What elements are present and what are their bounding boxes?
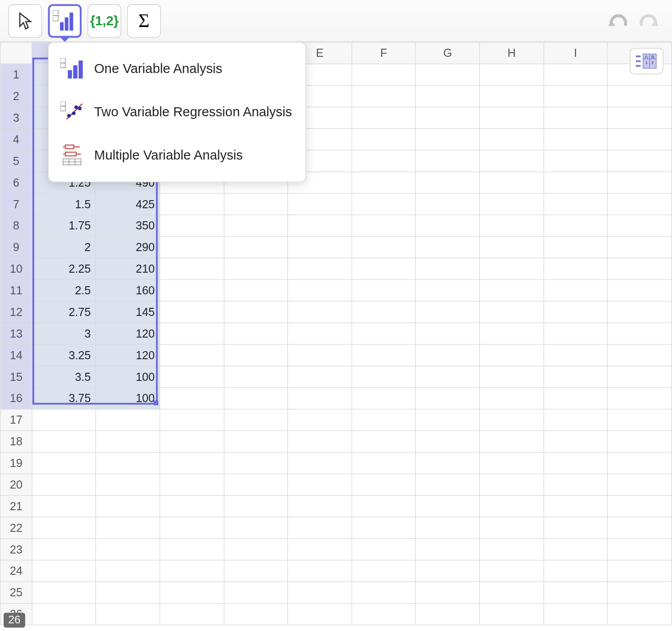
row-header-2[interactable]: 2: [0, 86, 32, 107]
cell-C24[interactable]: [160, 560, 224, 582]
cell-F23[interactable]: [352, 539, 416, 560]
cell-J18[interactable]: [608, 431, 672, 453]
cell-I24[interactable]: [543, 560, 608, 582]
cell-I19[interactable]: [543, 452, 608, 474]
cell-I6[interactable]: [543, 172, 608, 193]
cell-A15[interactable]: 3.5: [32, 366, 96, 388]
cell-I25[interactable]: [543, 582, 608, 604]
cell-C8[interactable]: [160, 215, 224, 237]
cell-F8[interactable]: [352, 215, 416, 237]
cell-C22[interactable]: [160, 517, 224, 539]
list-tool-button[interactable]: {1,2}: [87, 4, 121, 37]
cell-H15[interactable]: [479, 366, 543, 388]
row-header-3[interactable]: 3: [0, 107, 32, 128]
dropdown-item-multi-var[interactable]: Multiple Variable Analysis: [49, 134, 305, 177]
cell-A19[interactable]: [32, 452, 96, 474]
col-header-G[interactable]: G: [416, 42, 480, 64]
cell-I3[interactable]: [543, 107, 608, 128]
cell-G5[interactable]: [416, 150, 480, 172]
cell-G13[interactable]: [416, 323, 480, 344]
cell-H13[interactable]: [479, 323, 543, 344]
cell-D21[interactable]: [224, 495, 288, 517]
cell-A16[interactable]: 3.75: [32, 388, 96, 409]
cell-D11[interactable]: [224, 279, 288, 301]
cell-G6[interactable]: [416, 172, 480, 193]
row-header-1[interactable]: 1: [0, 64, 32, 86]
cell-F24[interactable]: [352, 560, 416, 582]
cell-G8[interactable]: [416, 215, 480, 237]
row-header-12[interactable]: 12: [0, 301, 32, 323]
cell-G14[interactable]: [416, 344, 480, 366]
cell-H18[interactable]: [479, 431, 543, 453]
row-header-10[interactable]: 10: [0, 258, 32, 280]
sum-tool-button[interactable]: Σ: [127, 4, 161, 37]
dropdown-item-one-var[interactable]: One Variable Analysis: [49, 47, 305, 91]
cell-I9[interactable]: [543, 237, 608, 258]
cell-A21[interactable]: [32, 495, 96, 517]
cell-B26[interactable]: [96, 604, 160, 625]
cell-E13[interactable]: [288, 323, 352, 344]
row-header-25[interactable]: 25: [0, 582, 32, 604]
cell-H6[interactable]: [479, 172, 543, 193]
cell-H23[interactable]: [479, 539, 543, 560]
cell-D15[interactable]: [224, 366, 288, 388]
cell-J3[interactable]: [608, 107, 672, 128]
cell-E7[interactable]: [288, 193, 352, 215]
cell-E11[interactable]: [288, 279, 352, 301]
cell-F22[interactable]: [352, 517, 416, 539]
cell-A9[interactable]: 2: [32, 237, 96, 258]
select-tool-button[interactable]: [9, 4, 42, 37]
cell-A14[interactable]: 3.25: [32, 344, 96, 366]
cell-I2[interactable]: [543, 86, 608, 107]
cell-I8[interactable]: [543, 215, 608, 237]
cell-F18[interactable]: [352, 431, 416, 453]
cell-I13[interactable]: [543, 323, 608, 344]
cell-C12[interactable]: [160, 301, 224, 323]
row-header-7[interactable]: 7: [0, 193, 32, 215]
cell-D12[interactable]: [224, 301, 288, 323]
cell-G21[interactable]: [416, 495, 480, 517]
dropdown-item-two-var[interactable]: Two Variable Regression Analysis: [49, 91, 305, 134]
cell-C11[interactable]: [160, 279, 224, 301]
cell-J20[interactable]: [608, 474, 672, 495]
cell-D9[interactable]: [224, 237, 288, 258]
cell-J24[interactable]: [608, 560, 672, 582]
cell-J26[interactable]: [608, 604, 672, 625]
undo-button[interactable]: [603, 6, 632, 35]
cell-E18[interactable]: [288, 431, 352, 453]
cell-C17[interactable]: [160, 409, 224, 431]
cell-J2[interactable]: [608, 86, 672, 107]
cell-J11[interactable]: [608, 279, 672, 301]
cell-G19[interactable]: [416, 452, 480, 474]
col-header-F[interactable]: F: [352, 42, 416, 64]
cell-E23[interactable]: [288, 539, 352, 560]
cell-E12[interactable]: [288, 301, 352, 323]
cell-J6[interactable]: [608, 172, 672, 193]
cell-F15[interactable]: [352, 366, 416, 388]
cell-G1[interactable]: [416, 64, 480, 86]
cell-F13[interactable]: [352, 323, 416, 344]
cell-I18[interactable]: [543, 431, 608, 453]
cell-I4[interactable]: [543, 128, 608, 150]
cell-J15[interactable]: [608, 366, 672, 388]
cell-A22[interactable]: [32, 517, 96, 539]
cell-I1[interactable]: [543, 64, 608, 86]
cell-H8[interactable]: [479, 215, 543, 237]
cell-J10[interactable]: [608, 258, 672, 280]
cell-J23[interactable]: [608, 539, 672, 560]
cell-A26[interactable]: [32, 604, 96, 625]
cell-G3[interactable]: [416, 107, 480, 128]
col-header-I[interactable]: I: [543, 42, 608, 64]
cell-B16[interactable]: 100: [96, 388, 160, 409]
cell-G17[interactable]: [416, 409, 480, 431]
cell-H2[interactable]: [479, 86, 543, 107]
cell-C14[interactable]: [160, 344, 224, 366]
cell-B13[interactable]: 120: [96, 323, 160, 344]
cell-H10[interactable]: [479, 258, 543, 280]
cell-J12[interactable]: [608, 301, 672, 323]
cell-G4[interactable]: [416, 128, 480, 150]
cell-H5[interactable]: [479, 150, 543, 172]
cell-B23[interactable]: [96, 539, 160, 560]
cell-G10[interactable]: [416, 258, 480, 280]
cell-H7[interactable]: [479, 193, 543, 215]
